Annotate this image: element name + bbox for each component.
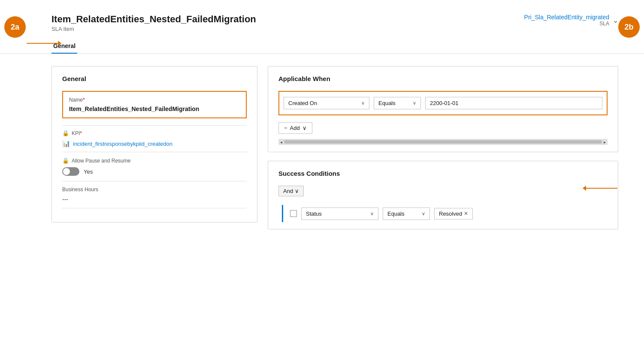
condition-operator-dropdown[interactable]: Equals ∨ xyxy=(374,97,421,109)
remove-value-button[interactable]: ✕ xyxy=(464,211,468,217)
success-condition-row: Status ∨ Equals ∨ Resolved ✕ xyxy=(278,205,608,222)
chevron-down-icon: ⌄ xyxy=(613,16,618,24)
sla-name: Pri_Sla_RelatedEntity_migrated xyxy=(524,14,609,21)
success-operator-dropdown[interactable]: Equals ∨ xyxy=(383,208,430,220)
success-conditions-card: Success Conditions And ∨ Status ∨ Equa xyxy=(268,161,618,229)
name-field-value[interactable]: Item_RelatedEntities_Nested_FailedMigrat… xyxy=(69,105,240,112)
page-wrapper: 2a 2b Item_RelatedEntities_Nested_Failed… xyxy=(0,0,644,343)
sla-info: Pri_Sla_RelatedEntity_migrated SLA xyxy=(524,14,609,27)
horizontal-scrollbar[interactable]: ◂ ▸ xyxy=(278,139,608,145)
blue-bar xyxy=(282,205,283,222)
success-operator-arrow: ∨ xyxy=(422,211,425,217)
page-title: Item_RelatedEntities_Nested_FailedMigrat… xyxy=(51,14,256,25)
tab-general[interactable]: General xyxy=(51,39,77,54)
kpi-field-label: KPI* xyxy=(72,130,82,136)
pause-label-row: 🔒 Allow Pause and Resume xyxy=(62,157,247,164)
page-subtitle: SLA Item xyxy=(51,26,256,32)
operator-dropdown-arrow: ∨ xyxy=(413,100,416,106)
add-dropdown-arrow: ∨ xyxy=(302,125,307,131)
annotation-2a: 2a xyxy=(4,16,26,38)
condition-row: Created On ∨ Equals ∨ xyxy=(278,91,608,115)
name-field-label: Name* xyxy=(69,97,240,103)
add-button[interactable]: − Add ∨ xyxy=(278,122,312,134)
right-panel: Applicable When Created On ∨ Equals ∨ xyxy=(268,66,618,229)
kpi-section: 🔒 KPI* 📊 incident_firstresponsebykpiid_c… xyxy=(62,125,247,152)
condition-value-input[interactable] xyxy=(425,97,602,109)
kpi-label-row: 🔒 KPI* xyxy=(62,130,247,136)
status-dropdown[interactable]: Status ∨ xyxy=(301,208,378,220)
applicable-when-card: Applicable When Created On ∨ Equals ∨ xyxy=(268,66,618,152)
header-left: Item_RelatedEntities_Nested_FailedMigrat… xyxy=(51,14,256,32)
applicable-when-title: Applicable When xyxy=(278,75,608,82)
general-panel-title: General xyxy=(62,75,247,82)
scroll-track xyxy=(284,140,602,144)
status-dropdown-arrow: ∨ xyxy=(370,211,374,217)
scroll-right-arrow: ▸ xyxy=(604,140,606,144)
kpi-link[interactable]: 📊 incident_firstresponsebykpiid_createdo… xyxy=(62,140,247,147)
biz-hours-value: --- xyxy=(62,196,247,208)
scroll-left-arrow: ◂ xyxy=(280,140,282,144)
lock-icon: 🔒 xyxy=(62,130,69,136)
kpi-chart-icon: 📊 xyxy=(62,140,70,147)
pause-field-label: Allow Pause and Resume xyxy=(72,158,130,164)
field-dropdown-arrow: ∨ xyxy=(361,100,365,106)
biz-hours-label: Business Hours xyxy=(62,187,247,193)
tabs-row: General xyxy=(0,39,644,54)
page-header: Item_RelatedEntities_Nested_FailedMigrat… xyxy=(0,0,644,39)
name-field-box: Name* Item_RelatedEntities_Nested_Failed… xyxy=(62,91,247,118)
success-conditions-title: Success Conditions xyxy=(278,170,608,177)
minus-icon: − xyxy=(284,125,287,131)
toggle-knob xyxy=(63,168,70,175)
left-panel: General Name* Item_RelatedEntities_Neste… xyxy=(51,66,257,229)
toggle-wrapper: Yes xyxy=(62,167,247,176)
pause-section: 🔒 Allow Pause and Resume Yes xyxy=(62,152,247,181)
condition-checkbox[interactable] xyxy=(290,210,297,217)
annotation-arrow-right xyxy=(583,188,617,189)
pause-toggle[interactable] xyxy=(62,167,79,176)
condition-field-dropdown[interactable]: Created On ∨ xyxy=(284,97,369,109)
pause-lock-icon: 🔒 xyxy=(62,157,69,164)
and-dropdown[interactable]: And ∨ xyxy=(278,186,304,196)
annotation-arrow-left xyxy=(27,43,61,44)
sla-label: SLA xyxy=(524,21,609,27)
annotation-2b: 2b xyxy=(618,16,640,38)
main-content: General Name* Item_RelatedEntities_Neste… xyxy=(0,54,644,238)
resolved-tag: Resolved ✕ xyxy=(434,208,473,220)
sla-selector[interactable]: Pri_Sla_RelatedEntity_migrated SLA ⌄ xyxy=(524,14,618,27)
and-dropdown-arrow: ∨ xyxy=(295,188,299,194)
toggle-label: Yes xyxy=(84,168,93,175)
general-panel-card: General Name* Item_RelatedEntities_Neste… xyxy=(51,66,257,223)
biz-hours-section: Business Hours --- xyxy=(62,181,247,214)
